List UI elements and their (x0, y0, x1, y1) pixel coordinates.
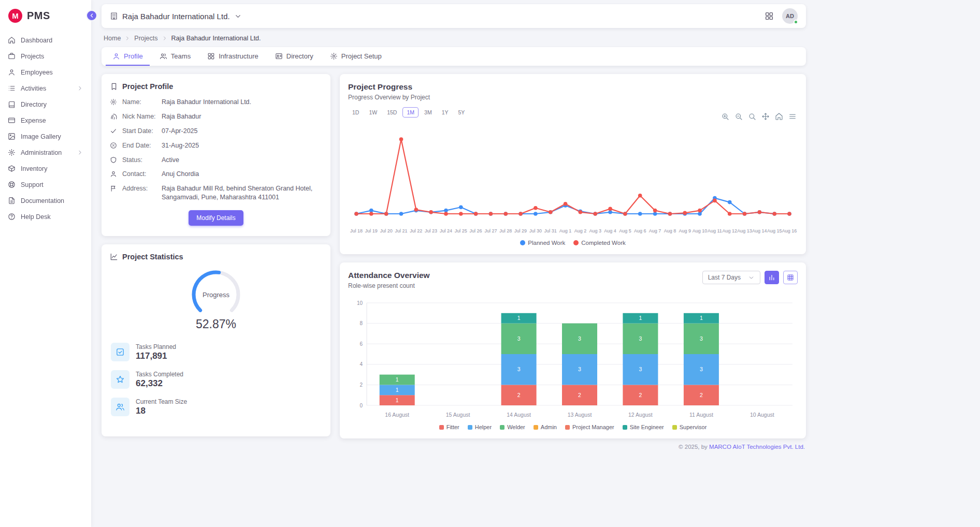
legend-marker (623, 425, 627, 430)
field-label: Name: (122, 98, 156, 107)
profile-field-end-date: End Date:31-Aug-2025 (110, 141, 322, 150)
field-label: Status: (122, 156, 156, 165)
image-icon (8, 133, 16, 140)
tab-project-setup[interactable]: Project Setup (323, 47, 388, 66)
bar-chart-icon (768, 274, 775, 281)
reset-zoom-icon[interactable] (775, 112, 783, 121)
svg-text:Aug 11: Aug 11 (708, 228, 722, 233)
tab-profile[interactable]: Profile (106, 47, 150, 66)
legend-item-site-engineer[interactable]: Site Engineer (623, 424, 664, 430)
footer-company-link[interactable]: MARCO AIoT Technologies Pvt. Ltd. (709, 444, 805, 450)
legend-item-admin[interactable]: Admin (534, 424, 557, 430)
sidebar-item-label: Projects (21, 53, 83, 60)
svg-text:Aug 4: Aug 4 (604, 228, 616, 233)
tab-label: Teams (171, 52, 191, 60)
tab-infrastructure[interactable]: Infrastructure (200, 47, 265, 66)
card-icon (8, 116, 16, 124)
table-view-toggle[interactable] (783, 271, 798, 284)
svg-text:2: 2 (578, 392, 581, 398)
svg-text:Aug 16: Aug 16 (782, 228, 797, 233)
range-1y[interactable]: 1Y (438, 107, 453, 118)
check-icon (110, 127, 117, 135)
svg-text:10: 10 (357, 300, 363, 306)
user-icon (110, 170, 117, 178)
tab-bar: ProfileTeamsInfrastructureDirectoryProje… (102, 47, 806, 66)
modify-details-button[interactable]: Modify Details (189, 210, 243, 226)
sidebar-item-expense[interactable]: Expense (0, 112, 91, 128)
zoom-in-icon[interactable] (721, 112, 729, 121)
svg-text:15 August: 15 August (446, 412, 470, 418)
sidebar-item-inventory[interactable]: Inventory (0, 160, 91, 177)
svg-text:Jul 21: Jul 21 (395, 228, 407, 233)
sidebar-item-activities[interactable]: Activities (0, 80, 91, 96)
legend-item-helper[interactable]: Helper (468, 424, 492, 430)
breadcrumb-item-projects[interactable]: Projects (134, 35, 157, 42)
range-1m[interactable]: 1M (402, 107, 419, 118)
sidebar-item-documentation[interactable]: Documentation (0, 193, 91, 209)
project-profile-card: Project Profile Name:Raja Bahadur Intern… (102, 74, 330, 236)
sidebar-item-projects[interactable]: Projects (0, 48, 91, 64)
svg-text:3: 3 (578, 366, 581, 372)
chart-menu-icon[interactable] (788, 112, 797, 121)
svg-text:3: 3 (639, 366, 642, 372)
range-1w[interactable]: 1W (365, 107, 381, 118)
tab-label: Profile (124, 52, 143, 60)
book-icon (8, 100, 16, 108)
attendance-title: Attendance Overview (348, 271, 430, 280)
progress-line-chart[interactable]: Jul 18Jul 19Jul 20Jul 21Jul 22Jul 23Jul … (348, 129, 798, 238)
tab-label: Project Setup (341, 52, 382, 60)
bar-view-toggle[interactable] (765, 271, 779, 284)
company-name: Raja Bahadur International Ltd. (122, 12, 230, 21)
tab-directory[interactable]: Directory (268, 47, 320, 66)
sidebar-item-administration[interactable]: Administration (0, 144, 91, 160)
svg-text:1: 1 (700, 315, 703, 321)
pan-icon[interactable] (761, 112, 770, 121)
range-15d[interactable]: 15D (383, 107, 401, 118)
legend-item-supervisor[interactable]: Supervisor (672, 424, 707, 430)
legend-item-planned-work[interactable]: Planned Work (520, 240, 565, 246)
svg-text:8: 8 (359, 320, 363, 326)
sidebar-item-dashboard[interactable]: Dashboard (0, 32, 91, 48)
breadcrumb-item-home[interactable]: Home (104, 35, 121, 42)
sidebar-item-label: Employees (21, 69, 83, 76)
shield-icon (110, 156, 117, 164)
range-1d[interactable]: 1D (348, 107, 363, 118)
apps-grid-icon[interactable] (765, 11, 774, 21)
sidebar-item-help-desk[interactable]: Help Desk (0, 209, 91, 225)
gauge-arc: Progress (172, 266, 260, 317)
sidebar-item-image-gallery[interactable]: Image Gallery (0, 128, 91, 144)
avatar[interactable]: AD (782, 8, 798, 24)
legend-item-completed-work[interactable]: Completed Work (573, 240, 625, 246)
legend-label: Admin (541, 424, 557, 430)
field-label: Contact: (122, 170, 156, 179)
legend-item-project-manager[interactable]: Project Manager (565, 424, 614, 430)
legend-item-fitter[interactable]: Fitter (439, 424, 459, 430)
sidebar-collapse-button[interactable] (86, 10, 97, 21)
svg-text:Aug 7: Aug 7 (649, 228, 661, 233)
user-icon (112, 52, 120, 60)
online-status-dot (794, 20, 798, 24)
sidebar-item-employees[interactable]: Employees (0, 64, 91, 80)
profile-field-contact: Contact:Anuj Chordia (110, 170, 322, 179)
star-icon (111, 370, 129, 389)
app-logo[interactable]: M PMS (0, 0, 91, 30)
svg-text:3: 3 (578, 335, 581, 342)
sidebar-item-support[interactable]: Support (0, 177, 91, 193)
company-selector[interactable]: Raja Bahadur International Ltd. (110, 12, 242, 21)
svg-text:Aug 6: Aug 6 (634, 228, 646, 233)
range-5y[interactable]: 5Y (454, 107, 469, 118)
sidebar-item-directory[interactable]: Directory (0, 96, 91, 112)
zoom-out-icon[interactable] (734, 112, 743, 121)
selection-zoom-icon[interactable] (748, 112, 756, 121)
tab-teams[interactable]: Teams (153, 47, 197, 66)
svg-text:Jul 31: Jul 31 (544, 228, 557, 233)
range-3m[interactable]: 3M (420, 107, 436, 118)
sidebar-item-label: Directory (21, 101, 83, 108)
legend-marker (520, 240, 525, 245)
legend-item-welder[interactable]: Welder (500, 424, 525, 430)
stat-current-team-size: Current Team Size18 (111, 398, 321, 416)
bookmark-icon (110, 82, 118, 91)
date-range-select[interactable]: Last 7 Days (702, 271, 760, 284)
attendance-bar-chart[interactable]: 024681011116 August15 August233114 Augus… (348, 298, 798, 422)
svg-text:3: 3 (517, 335, 521, 342)
